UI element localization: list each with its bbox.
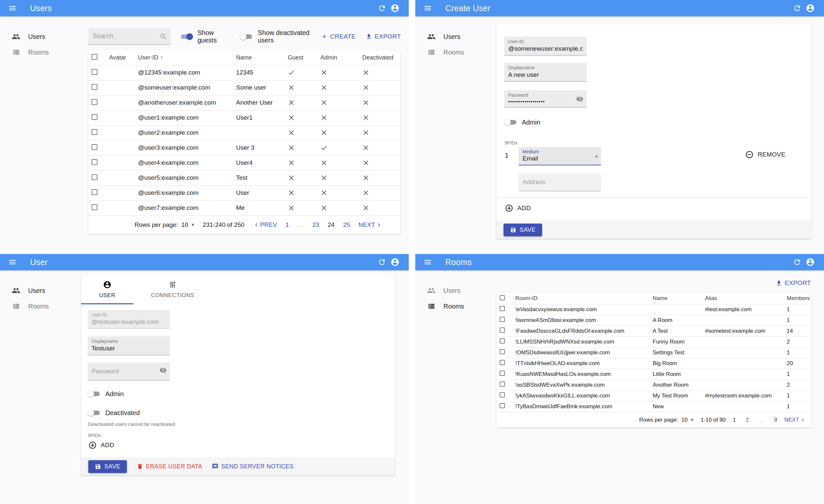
row-checkbox[interactable] — [500, 381, 505, 387]
add-threepid-button[interactable]: ADD — [505, 204, 531, 213]
add-threepid-button[interactable]: ADD — [88, 441, 114, 450]
row-checkbox[interactable] — [500, 328, 505, 333]
sidebar-item-users[interactable]: Users — [0, 283, 81, 298]
menu-icon[interactable] — [6, 256, 19, 269]
table-row[interactable]: !KuasNWEMasdHasLOs:example.comLittle Roo… — [496, 369, 812, 379]
row-checkbox[interactable] — [92, 129, 97, 135]
search-field[interactable] — [93, 32, 154, 40]
account-circle-icon[interactable] — [389, 256, 402, 269]
visibility-off-icon[interactable] — [160, 367, 167, 375]
show-deactivated-toggle[interactable] — [240, 33, 253, 40]
password-input[interactable] — [92, 368, 166, 375]
table-row[interactable]: !TyBasDmweIJdfFaeBmk:example.comNew1 — [496, 401, 812, 412]
row-checkbox[interactable] — [500, 349, 505, 354]
next-page-button[interactable]: NEXT — [358, 221, 382, 229]
admin-toggle[interactable] — [88, 390, 101, 398]
table-row[interactable]: @12345:example.com12345 — [88, 65, 401, 80]
user-id-input[interactable] — [508, 45, 583, 52]
table-row[interactable]: !LLIMSSNHrhRjsdWNXsd:example.comFunny Ro… — [496, 336, 812, 347]
table-row[interactable]: @user3:example.comUser 3 — [88, 140, 401, 155]
row-checkbox[interactable] — [500, 306, 505, 311]
menu-icon[interactable] — [421, 2, 434, 15]
page-link[interactable]: 2 — [746, 417, 749, 423]
row-checkbox[interactable] — [92, 204, 97, 210]
table-row[interactable]: @user2:example.com — [88, 125, 401, 140]
displayname-field[interactable]: Displayname — [504, 63, 587, 82]
displayname-input[interactable] — [508, 71, 583, 79]
erase-user-data-button[interactable]: ERASE USER DATA — [137, 463, 202, 470]
page-link[interactable]: 25 — [343, 221, 350, 229]
user-id-field[interactable]: User-ID — [504, 37, 587, 55]
row-checkbox[interactable] — [500, 338, 505, 344]
row-checkbox[interactable] — [500, 403, 505, 408]
search-input[interactable] — [88, 28, 171, 45]
page-link[interactable]: 1 — [286, 221, 289, 229]
refresh-icon[interactable] — [375, 2, 389, 15]
table-row[interactable]: !ykAStwxasdwsKkxGILL:example.comMy Test … — [496, 390, 812, 401]
save-button[interactable]: SAVE — [504, 224, 542, 236]
export-button[interactable]: EXPORT — [776, 279, 811, 287]
account-circle-icon[interactable] — [804, 256, 817, 269]
sidebar-item-rooms[interactable]: Rooms — [415, 44, 496, 60]
sidebar-item-users[interactable]: Users — [415, 283, 496, 298]
row-checkbox[interactable] — [500, 371, 505, 376]
rows-per-page-select[interactable]: Rows per page: 10 ▾ — [134, 221, 194, 229]
page-link[interactable]: 23 — [312, 221, 319, 229]
refresh-icon[interactable] — [375, 256, 389, 269]
next-page-button[interactable]: NEXT — [785, 417, 806, 423]
row-checkbox[interactable] — [92, 114, 97, 120]
sidebar-item-rooms[interactable]: Rooms — [0, 44, 81, 60]
row-checkbox[interactable] — [500, 317, 505, 322]
table-row[interactable]: @anotheruser:example.comAnother User — [88, 95, 401, 110]
row-checkbox[interactable] — [92, 174, 97, 180]
select-all-checkbox[interactable] — [500, 295, 505, 300]
menu-icon[interactable] — [6, 2, 19, 15]
row-checkbox[interactable] — [92, 144, 97, 150]
table-row[interactable]: @user1:example.comUser1 — [88, 110, 401, 125]
row-checkbox[interactable] — [92, 69, 97, 75]
export-button[interactable]: EXPORT — [366, 33, 401, 40]
save-button[interactable]: SAVE — [88, 460, 127, 473]
row-checkbox[interactable] — [500, 360, 505, 365]
sidebar-item-rooms[interactable]: Rooms — [415, 298, 496, 314]
table-row[interactable]: !TTnlslkHHweOLAD:example.comBig Room20 — [496, 358, 812, 369]
address-field[interactable] — [519, 173, 601, 191]
account-circle-icon[interactable] — [804, 2, 817, 15]
table-row[interactable]: !asSBSlsdWEvaXwPk:example.comAnother Roo… — [496, 379, 812, 390]
table-row[interactable]: !FasdweDssccaGLdsFRddsOl:example.comA Te… — [496, 326, 812, 336]
show-guests-toggle[interactable] — [180, 33, 193, 40]
admin-toggle[interactable] — [504, 118, 517, 126]
table-row[interactable]: !lasmnwASmDllasi:example.comA Room1 — [496, 315, 812, 326]
displayname-input[interactable] — [92, 345, 166, 352]
visibility-off-icon[interactable] — [576, 96, 583, 104]
create-button[interactable]: CREATE — [321, 33, 356, 40]
row-checkbox[interactable] — [92, 84, 97, 90]
table-row[interactable]: @someuser:example.comSome user — [88, 80, 401, 95]
refresh-icon[interactable] — [791, 2, 804, 15]
refresh-icon[interactable] — [791, 256, 804, 269]
deactivated-toggle[interactable] — [88, 409, 101, 417]
tab-user[interactable]: USER — [81, 275, 133, 304]
table-row[interactable]: @user6:example.comUser — [88, 185, 401, 200]
prev-page-button[interactable]: PREV — [253, 221, 277, 229]
sidebar-item-users[interactable]: Users — [0, 29, 81, 44]
col-room-id[interactable]: Room-ID — [512, 293, 649, 304]
table-row[interactable]: @user7:example.comMe — [88, 200, 401, 215]
medium-select[interactable]: Medium Email ▾ — [519, 147, 601, 165]
address-input[interactable] — [522, 178, 597, 185]
rows-per-page-select[interactable]: Rows per page: 10 ▾ — [639, 417, 694, 423]
send-server-notices-button[interactable]: SEND SERVER NOTICES — [212, 463, 293, 470]
sidebar-item-users[interactable]: Users — [415, 29, 496, 44]
sidebar-item-rooms[interactable]: Rooms — [0, 298, 81, 314]
displayname-field[interactable]: Displayname — [88, 336, 170, 355]
menu-icon[interactable] — [421, 256, 434, 269]
table-row[interactable]: !eVasdacvxysewus:example.com#test:exampl… — [496, 304, 812, 315]
account-circle-icon[interactable] — [389, 2, 402, 15]
password-field[interactable] — [88, 363, 170, 380]
row-checkbox[interactable] — [92, 189, 97, 195]
remove-threepid-button[interactable]: REMOVE — [745, 150, 786, 159]
password-field[interactable]: Password •••••••••••••••••• — [504, 90, 587, 108]
page-link[interactable]: 9 — [774, 417, 777, 423]
select-all-checkbox[interactable] — [92, 54, 97, 60]
row-checkbox[interactable] — [92, 159, 97, 165]
